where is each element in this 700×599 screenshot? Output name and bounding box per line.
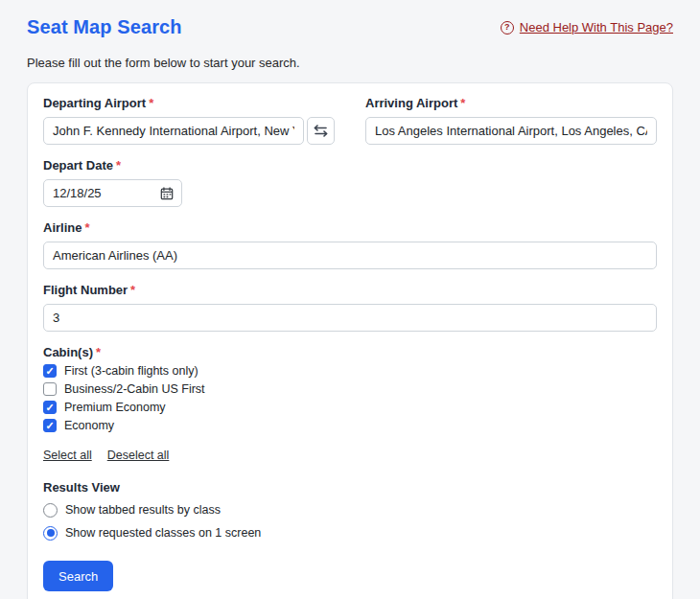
departing-airport-label: Departing Airport* (43, 96, 335, 110)
departing-airport-group: Departing Airport* (43, 96, 335, 145)
depart-date-input-wrap (43, 179, 182, 207)
required-asterisk: * (84, 220, 89, 235)
cabin-option-first[interactable]: First (3-cabin flights only) (43, 364, 657, 378)
results-view-option-one-screen[interactable]: Show requested classes on 1 screen (43, 525, 657, 541)
search-button[interactable]: Search (43, 561, 113, 591)
flight-number-label-text: Flight Number (43, 283, 128, 297)
results-view-label: Results View (43, 480, 657, 495)
cabin-option-premium-economy[interactable]: Premium Economy (43, 401, 657, 414)
checkbox-business[interactable] (43, 382, 57, 396)
select-all-link[interactable]: Select all (43, 449, 92, 462)
seat-map-search-page: Seat Map Search ? Need Help With This Pa… (0, 0, 700, 599)
depart-date-label: Depart Date* (43, 158, 657, 173)
depart-date-group: Depart Date* (43, 158, 657, 207)
arriving-airport-label: Arriving Airport* (365, 96, 657, 110)
airline-label: Airline* (43, 220, 657, 235)
need-help-link-label: Need Help With This Page? (520, 20, 673, 35)
departing-airport-label-text: Departing Airport (43, 96, 146, 110)
cabins-group: Cabin(s)* First (3-cabin flights only) B… (43, 345, 657, 462)
results-view-group: Results View Show tabbed results by clas… (43, 480, 657, 541)
arriving-airport-group: Arriving Airport* (365, 96, 657, 145)
depart-date-input[interactable] (43, 179, 182, 207)
arriving-airport-input[interactable] (365, 117, 657, 145)
cabin-option-economy[interactable]: Economy (43, 419, 657, 432)
checkbox-economy[interactable] (43, 419, 57, 432)
cabin-option-economy-label: Economy (64, 419, 114, 432)
radio-tabbed-results[interactable] (43, 503, 58, 518)
radio-one-screen[interactable] (43, 526, 58, 541)
departing-airport-input-wrap (43, 117, 335, 145)
required-asterisk: * (460, 96, 465, 110)
required-asterisk: * (130, 283, 135, 297)
cabin-option-premium-economy-label: Premium Economy (64, 401, 166, 414)
cabin-select-links: Select all Deselect all (43, 449, 657, 462)
results-view-option-one-screen-label: Show requested classes on 1 screen (65, 526, 261, 540)
swap-airports-button[interactable] (307, 117, 335, 145)
cabin-option-business[interactable]: Business/2-Cabin US First (43, 382, 657, 396)
cabins-label-text: Cabin(s) (43, 345, 93, 359)
flight-number-input[interactable] (43, 304, 657, 332)
cabin-option-first-label: First (3-cabin flights only) (64, 364, 198, 378)
airports-row: Departing Airport* Arriving Airport* (43, 96, 657, 145)
cabins-label: Cabin(s)* (43, 345, 657, 359)
checkbox-first[interactable] (43, 364, 57, 378)
airline-group: Airline* (43, 220, 657, 269)
swap-horizontal-icon (314, 125, 328, 137)
checkbox-premium-economy[interactable] (43, 401, 57, 414)
required-asterisk: * (96, 345, 101, 359)
page-subtitle: Please fill out the form below to start … (27, 56, 673, 70)
cabin-option-business-label: Business/2-Cabin US First (64, 382, 205, 396)
page-header: Seat Map Search ? Need Help With This Pa… (27, 16, 673, 38)
deselect-all-link[interactable]: Deselect all (107, 449, 170, 462)
question-circle-icon: ? (501, 21, 514, 35)
results-view-option-tabbed-label: Show tabbed results by class (65, 503, 221, 517)
flight-number-group: Flight Number* (43, 283, 657, 332)
airline-label-text: Airline (43, 220, 82, 235)
page-title: Seat Map Search (27, 16, 182, 38)
required-asterisk: * (149, 96, 153, 110)
search-form-card: Departing Airport* Arriving Airport* (27, 82, 673, 599)
results-view-option-tabbed[interactable]: Show tabbed results by class (43, 502, 657, 518)
departing-airport-input[interactable] (43, 117, 304, 145)
required-asterisk: * (116, 158, 121, 173)
need-help-link[interactable]: ? Need Help With This Page? (501, 20, 673, 35)
arriving-airport-label-text: Arriving Airport (365, 96, 457, 110)
airline-input[interactable] (43, 242, 657, 269)
flight-number-label: Flight Number* (43, 283, 657, 297)
depart-date-label-text: Depart Date (43, 158, 113, 173)
